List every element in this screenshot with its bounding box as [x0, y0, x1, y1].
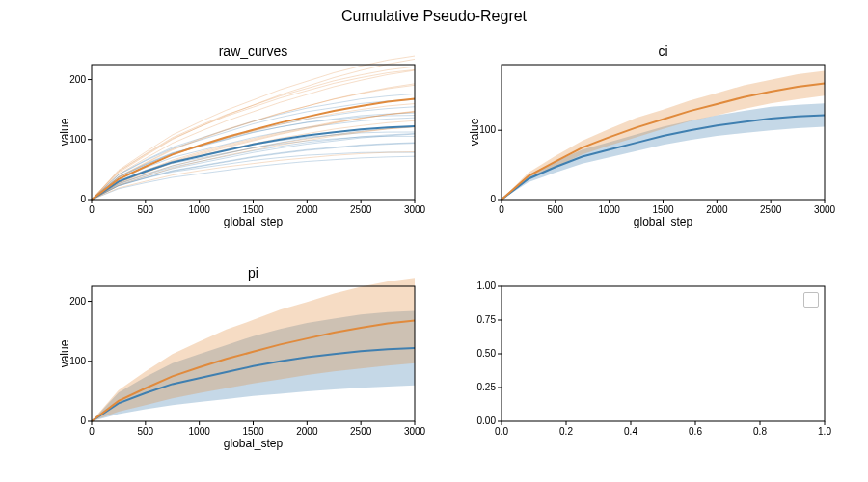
axes-title: raw_curves	[92, 43, 415, 59]
x-tick-label: 2500	[350, 427, 371, 437]
x-tick-label: 2500	[350, 205, 371, 215]
y-tick-label: 100	[457, 125, 496, 135]
x-tick-label: 0	[89, 427, 95, 437]
figure-suptitle: Cumulative Pseudo-Regret	[0, 8, 868, 25]
subplot-raw_curves: raw_curvesglobal_stepvalue05001000150020…	[92, 65, 415, 200]
raw-run-blue	[92, 144, 415, 200]
x-axis-label: global_step	[92, 437, 415, 450]
y-tick-label: 0	[457, 195, 496, 204]
x-tick-label: 0.8	[753, 427, 767, 437]
plot-area-empty	[502, 286, 825, 421]
x-tick-label: 500	[547, 205, 563, 215]
y-tick-label: 0.00	[457, 416, 496, 426]
subplot-empty: 0.00.20.40.60.81.00.000.250.500.751.00	[502, 286, 825, 421]
y-tick-label: 100	[47, 357, 86, 366]
y-tick-label: 200	[47, 75, 86, 85]
x-tick-label: 2000	[296, 205, 317, 215]
x-tick-label: 500	[137, 427, 153, 437]
x-axis-label: global_step	[502, 215, 825, 228]
x-tick-label: 0	[89, 205, 95, 215]
x-tick-label: 1500	[242, 205, 263, 215]
x-tick-label: 0.6	[689, 427, 702, 437]
plot-area-ci	[502, 65, 825, 200]
plot-area-raw_curves	[92, 65, 415, 200]
x-axis-label: global_step	[92, 215, 415, 228]
raw-run-blue	[92, 99, 415, 200]
x-tick-label: 0.4	[624, 427, 637, 437]
y-tick-label: 0	[47, 416, 86, 426]
plot-area-pi	[92, 286, 415, 421]
y-tick-label: 200	[47, 297, 86, 307]
y-tick-label: 0.50	[457, 349, 496, 359]
y-tick-label: 1.00	[457, 281, 496, 291]
x-tick-label: 500	[137, 205, 153, 215]
y-tick-label: 0.75	[457, 315, 496, 325]
x-tick-label: 1500	[242, 427, 263, 437]
x-tick-label: 2000	[296, 427, 317, 437]
figure: Cumulative Pseudo-Regret raw_curvesgloba…	[0, 0, 868, 482]
y-tick-label: 0.25	[457, 383, 496, 392]
x-tick-label: 1000	[189, 427, 210, 437]
x-tick-label: 1.0	[818, 427, 831, 437]
x-tick-label: 3000	[404, 427, 425, 437]
band-orange_mean	[92, 278, 415, 421]
axes-title: pi	[92, 265, 415, 281]
x-tick-label: 1000	[189, 205, 210, 215]
legend-marker-icon	[803, 292, 819, 308]
axes-spine	[502, 286, 825, 421]
series-orange_mean	[92, 98, 415, 200]
x-tick-label: 1000	[599, 205, 620, 215]
y-tick-label: 100	[47, 135, 86, 145]
x-tick-label: 1500	[652, 205, 673, 215]
x-tick-label: 0	[499, 205, 504, 215]
x-tick-label: 0.0	[495, 427, 508, 437]
subplot-ci: ciglobal_stepvalue0500100015002000250030…	[502, 65, 825, 200]
subplot-pi: piglobal_stepvalue0500100015002000250030…	[92, 286, 415, 421]
x-tick-label: 0.2	[559, 427, 573, 437]
x-tick-label: 3000	[404, 205, 425, 215]
x-tick-label: 2500	[760, 205, 781, 215]
x-tick-label: 2000	[706, 205, 727, 215]
x-tick-label: 3000	[814, 205, 835, 215]
y-tick-label: 0	[47, 195, 86, 204]
axes-title: ci	[502, 43, 825, 59]
